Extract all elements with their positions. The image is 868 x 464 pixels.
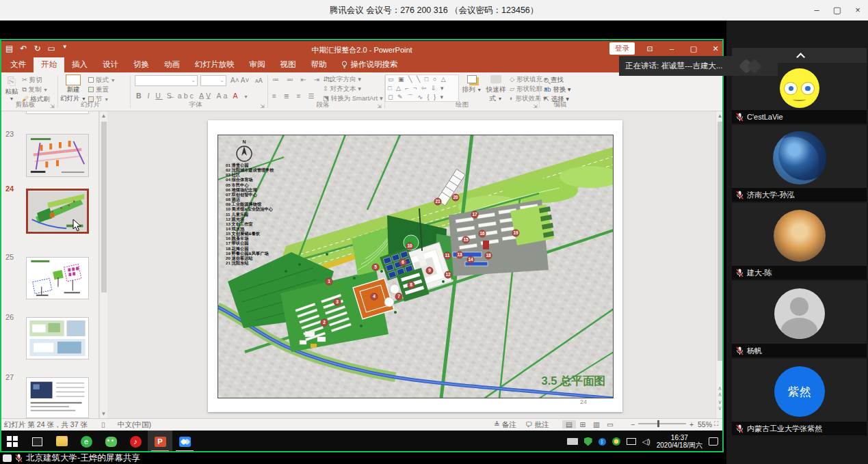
avatar [773, 131, 826, 185]
paste-button[interactable]: ⎘ 粘贴▼ [3, 75, 21, 101]
find-button[interactable]: 查找 [544, 76, 564, 85]
font-dialog-launcher[interactable]: ⇲ [260, 103, 265, 109]
svg-text:9: 9 [428, 268, 431, 273]
ppt-restore-button[interactable]: ▢ [687, 44, 700, 53]
login-button[interactable]: 登录 [609, 42, 635, 55]
file-explorer-icon[interactable] [49, 431, 74, 452]
start-button[interactable] [0, 431, 25, 452]
clear-format-icon[interactable]: 🗚 [255, 77, 263, 85]
paragraph-dialog-launcher[interactable]: ⇲ [377, 103, 382, 109]
minimize-button[interactable]: – [806, 0, 827, 21]
quick-styles-button[interactable]: 快速样式 ▼ [484, 75, 508, 103]
copy-button[interactable]: ⧉ 复制 ▼ [22, 85, 48, 94]
svg-text:4: 4 [373, 294, 376, 299]
keyboard-tray-icon[interactable] [567, 438, 578, 445]
tell-me-search[interactable]: 操作说明搜索 [334, 57, 405, 72]
slide-thumbnail-22-partial[interactable] [26, 111, 89, 114]
participant-tile[interactable]: 杨帆 [732, 281, 867, 357]
grow-font-icon[interactable]: A˄ A˅ [231, 77, 249, 84]
action-center-icon[interactable] [709, 437, 718, 446]
ribbon: ⎘ 粘贴▼ ✂ 剪切 ⧉ 复制 ▼ 🖌 格式刷 剪贴板 ⇲ 新建幻灯片 ▼ 版式… [0, 72, 724, 111]
fit-slide-button[interactable]: ⛶ [714, 420, 718, 428]
slide-thumbnail-23[interactable] [26, 134, 89, 177]
netease-music-icon[interactable]: ♪ [123, 431, 148, 452]
font-name-select[interactable]: ⌄ [135, 75, 198, 86]
next-slide-button[interactable]: ∨∨ [716, 399, 724, 411]
zoom-slider[interactable] [638, 420, 686, 428]
previous-slide-button[interactable]: ∧∧ [716, 385, 724, 398]
text-direction-button[interactable]: ⇵ 文字方向 ▾ [323, 75, 361, 84]
participant-tile[interactable]: 建大-陈 [732, 203, 867, 279]
participant-namebar: 内蒙古工业大学张紫然 [732, 422, 867, 435]
canvas-scroll-up[interactable]: ▲ [716, 111, 724, 120]
arrange-button[interactable]: 排列 ▼ [462, 75, 482, 94]
accessibility-icon[interactable]: ▯ [101, 420, 105, 428]
svg-text:6: 6 [402, 260, 404, 264]
participant-namebar: C'estLaVie [732, 110, 867, 124]
tencent-meeting-taskbar-icon[interactable] [172, 431, 197, 452]
language-indicator[interactable]: 中文(中国) [118, 420, 151, 430]
ribbon-tab-审阅[interactable]: 审阅 [242, 57, 273, 72]
font-group: ⌄ ⌄ A˄ A˅ 🗚 B I U S̶ abc A̲V̲ Aa A ▼ 字体 … [131, 72, 267, 111]
ribbon-tab-插入[interactable]: 插入 [64, 57, 95, 72]
ribbon-tab-帮助[interactable]: 帮助 [304, 57, 334, 72]
map-marker-14: 14 [467, 256, 474, 263]
network-icon[interactable] [627, 438, 636, 445]
ribbon-tab-切换[interactable]: 切换 [126, 57, 157, 72]
slide-thumbnail-24[interactable] [26, 189, 89, 234]
comments-button[interactable]: 🗩 批注 [525, 420, 549, 430]
svg-text:15: 15 [463, 237, 469, 242]
zoom-out-button[interactable]: − [631, 420, 635, 428]
powerpoint-taskbar-icon[interactable]: P [148, 431, 172, 452]
participant-tile[interactable]: 济南大学-孙泓 [732, 125, 867, 202]
task-view-button[interactable] [25, 431, 49, 452]
ribbon-tab-设计[interactable]: 设计 [95, 57, 126, 72]
ribbon-tab-文件[interactable]: 文件 [3, 57, 34, 72]
browser-360-icon[interactable]: e [74, 431, 98, 452]
slide-thumbnail-25[interactable] [26, 257, 89, 299]
ppt-minimize-button[interactable]: – [665, 44, 679, 53]
search-icon [544, 78, 549, 83]
map-marker-7: 7 [395, 293, 402, 300]
maximize-button[interactable]: ▢ [827, 0, 847, 21]
scroll-up-arrow[interactable]: ▲ [100, 111, 107, 120]
font-style-buttons[interactable]: B I U S̶ abc A̲V̲ Aa A ▼ [136, 92, 250, 100]
drawing-dialog-launcher[interactable]: ⇲ [533, 103, 538, 109]
align-text-button[interactable]: ⇳ 对齐文本 ▾ [323, 85, 361, 94]
font-size-select[interactable]: ⌄ [200, 75, 226, 86]
ppt-close-button[interactable]: ✕ [709, 44, 722, 53]
ribbon-tab-动画[interactable]: 动画 [157, 57, 187, 72]
ribbon-tab-视图[interactable]: 视图 [273, 57, 304, 72]
slide-canvas[interactable]: N 01 滑雪公园02 沈阳城市建设管理学校03 社区04 综合体育场05 市民… [208, 120, 622, 412]
ribbon-options-icon[interactable]: ⊡ [643, 44, 657, 53]
wechat-icon[interactable] [98, 431, 123, 452]
replace-button[interactable]: ab 替换 ▾ [544, 85, 571, 94]
close-button[interactable]: × [847, 0, 868, 21]
volume-icon[interactable]: ◁) [642, 437, 650, 446]
security-shield-icon[interactable] [584, 437, 592, 446]
participant-tile[interactable]: 紫然内蒙古工业大学张紫然 [732, 359, 867, 435]
shapes-gallery[interactable]: ▭ ▣ ╲ ╲ □ ○ △□ △ ⌐ ¬ ⇦ ⇩ ▾◻ ✎ ⌒ ∿ { } ▾ [385, 74, 459, 102]
layout-button[interactable]: 版式 ▼ [88, 76, 116, 85]
slide-thumbnail-26[interactable] [26, 317, 89, 359]
scroll-down-arrow[interactable]: ▼ [100, 409, 107, 418]
participant-namebar: 杨帆 [732, 344, 867, 357]
thumbnail-scrollbar[interactable]: ▲ ▼ [99, 111, 107, 418]
notes-button[interactable]: ≜ 备注 [494, 420, 516, 430]
ribbon-tab-幻灯片放映[interactable]: 幻灯片放映 [187, 57, 242, 72]
canvas-scrollbar[interactable]: ▲ ∧∧ ∨∨ [715, 111, 724, 418]
reset-button[interactable]: 重置 [88, 85, 109, 94]
slide-thumbnail-27[interactable] [26, 377, 89, 418]
map-marker-18: 18 [485, 252, 492, 259]
clock[interactable]: 16:372020/4/18/周六 [657, 434, 702, 449]
align-buttons[interactable]: ≡ ≣ ≡ ☰ [272, 92, 317, 100]
cut-button[interactable]: ✂ 剪切 [22, 76, 42, 85]
ribbon-tab-开始[interactable]: 开始 [34, 57, 64, 72]
bluetooth-icon[interactable]: ᛒ [599, 438, 606, 446]
zoom-level[interactable]: 55% [698, 420, 712, 428]
new-slide-button[interactable]: 新建幻灯片 ▼ [60, 74, 87, 103]
clipboard-dialog-launcher[interactable]: ⇲ [50, 103, 55, 109]
view-buttons[interactable]: ▤⊞▥▭ [562, 420, 617, 428]
antivirus-tray-icon[interactable] [612, 437, 620, 446]
zoom-in-button[interactable]: + [689, 420, 694, 428]
